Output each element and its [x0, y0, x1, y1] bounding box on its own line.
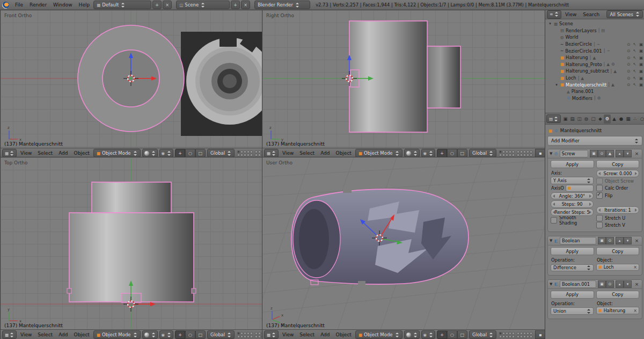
layer-toggle[interactable]	[520, 150, 523, 153]
mode-select[interactable]: ■ Object Mode	[355, 330, 402, 339]
layer-toggle[interactable]	[258, 332, 261, 335]
layer-toggle[interactable]	[526, 154, 529, 156]
outliner-item-Halterung_subtract[interactable]: ■Halterung_subtract|▲⊙↖▣	[545, 68, 644, 75]
layer-toggle[interactable]	[509, 150, 511, 153]
apply-button[interactable]: Apply	[551, 160, 594, 168]
layer-toggle[interactable]	[247, 150, 250, 153]
transform-orientation-select[interactable]: Global	[207, 149, 235, 157]
outliner-view-menu[interactable]: View	[562, 12, 579, 17]
move-modifier-up-button[interactable]: ▴	[616, 150, 624, 157]
layer-toggle[interactable]	[250, 335, 253, 338]
layer-toggle[interactable]	[240, 332, 243, 335]
calc-order-checkbox[interactable]: Calc Order	[596, 185, 639, 192]
modifier-name-field[interactable]: Boolean.001	[560, 280, 596, 288]
tab-texture[interactable]: ▦	[625, 114, 632, 124]
layer-toggle[interactable]	[509, 335, 511, 338]
layer-toggle[interactable]	[244, 154, 246, 156]
tab-render[interactable]: ▣	[562, 114, 569, 124]
layer-toggle[interactable]	[237, 150, 240, 153]
display-filter-select[interactable]: All Scenes	[606, 10, 643, 18]
layer-toggle[interactable]	[520, 154, 523, 156]
layer-toggle[interactable]	[506, 335, 508, 338]
scale-manipulator-button[interactable]: □	[195, 330, 206, 339]
apply-button[interactable]: Apply	[551, 291, 594, 299]
copy-button[interactable]: Copy	[596, 160, 640, 168]
outliner-item-BezierCircle[interactable]: ~BezierCircle|~⊙↖▣	[545, 41, 644, 48]
layer-toggle[interactable]	[237, 154, 240, 156]
editor-type-button[interactable]: ▦	[264, 149, 279, 157]
layer-toggle[interactable]	[530, 335, 532, 338]
rotate-manipulator-button[interactable]: ○	[185, 149, 195, 157]
steps-field[interactable]: Steps: 90	[551, 200, 594, 208]
layer-toggle[interactable]	[517, 150, 519, 153]
collapse-toggle-icon[interactable]: ▼	[550, 282, 552, 286]
layers-widget[interactable]	[237, 332, 263, 338]
layer-toggle[interactable]	[247, 154, 250, 156]
outliner-item-World[interactable]: ◍World	[545, 34, 644, 41]
apply-button[interactable]: Apply	[551, 247, 594, 255]
view-menu[interactable]: View	[280, 332, 296, 337]
layer-toggle[interactable]	[526, 335, 529, 338]
select-menu[interactable]: Select	[35, 150, 55, 156]
expand-icon[interactable]: ▾	[554, 83, 559, 87]
outliner-item-Modifiers[interactable]: ⚙Modifiers|⚙	[545, 95, 644, 102]
layer-toggle[interactable]	[509, 154, 511, 156]
layer-toggle[interactable]	[517, 154, 519, 156]
axis-object-field[interactable]: ■	[566, 185, 594, 192]
smooth-shading-checkbox[interactable]: Smooth Shading	[551, 217, 594, 223]
view-menu[interactable]: View	[280, 150, 296, 156]
outliner-item-RenderLayers[interactable]: ▤RenderLayers|▤	[545, 27, 644, 34]
render-toggle-icon[interactable]: ▣	[639, 69, 643, 74]
window-menu[interactable]: Window	[50, 2, 75, 8]
selectable-toggle-icon[interactable]: ↖	[633, 76, 636, 81]
move-modifier-up-button[interactable]: ▴	[616, 280, 624, 288]
tab-constraints[interactable]: ◆	[597, 114, 604, 124]
screw-offset-field[interactable]: Screw: 0.000	[596, 170, 639, 177]
collapse-toggle-icon[interactable]: ▼	[550, 239, 552, 243]
expand-icon[interactable]: ▾	[548, 21, 552, 26]
hide-toggle-icon[interactable]: ⊙	[627, 42, 630, 47]
selectable-toggle-icon[interactable]: ↖	[633, 62, 636, 67]
layer-toggle[interactable]	[255, 150, 258, 153]
add-modifier-select[interactable]: Add Modifier	[547, 136, 642, 146]
layer-toggle[interactable]	[244, 332, 246, 335]
layers-widget[interactable]	[499, 332, 532, 338]
move-modifier-down-button[interactable]: ▾	[624, 150, 632, 157]
object-menu[interactable]: Object	[72, 332, 92, 337]
render-menu[interactable]: Render	[27, 2, 49, 8]
editmode-visibility-toggle[interactable]: ▲	[606, 150, 614, 157]
editor-type-button[interactable]: ▤	[546, 114, 561, 123]
editor-type-button[interactable]: ▦	[2, 330, 17, 339]
stretch-u-checkbox[interactable]: Stretch U	[596, 215, 639, 221]
angle-field[interactable]: Angle: 360°	[551, 192, 594, 200]
file-menu[interactable]: File	[12, 2, 26, 8]
outliner-item-BezierCircle.001[interactable]: ~BezierCircle.001|~⊙↖▣	[545, 47, 644, 54]
blender-logo-icon[interactable]	[2, 2, 9, 9]
tab-object[interactable]: □	[590, 114, 597, 124]
viewport-shading-select[interactable]	[404, 330, 420, 339]
layer-toggle[interactable]	[523, 154, 526, 156]
translate-manipulator-button[interactable]: +	[437, 149, 447, 157]
select-menu[interactable]: Select	[297, 332, 317, 337]
modifier-name-field[interactable]: Screw	[560, 150, 588, 157]
add-menu[interactable]: Add	[56, 332, 70, 337]
delete-modifier-button[interactable]: ×	[633, 150, 640, 157]
layer-toggle[interactable]	[502, 150, 505, 153]
layer-toggle[interactable]	[526, 150, 529, 153]
outliner-item-Plane.001[interactable]: ▲Plane.001	[545, 88, 644, 95]
render-visibility-toggle[interactable]: ▣	[598, 280, 606, 288]
mode-select[interactable]: ■ Object Mode	[93, 330, 141, 339]
layer-toggle[interactable]	[240, 335, 243, 338]
layer-toggle[interactable]	[247, 332, 250, 335]
translate-manipulator-button[interactable]: +	[175, 330, 185, 339]
hide-toggle-icon[interactable]: ⊙	[627, 55, 630, 60]
layer-toggle[interactable]	[512, 335, 515, 338]
viewport-shading-select[interactable]	[404, 149, 420, 157]
translate-manipulator-button[interactable]: +	[437, 330, 447, 339]
add-scene-button[interactable]: +	[231, 1, 240, 9]
copy-button[interactable]: Copy	[596, 291, 640, 299]
cylinder-object[interactable]	[349, 21, 460, 132]
hide-toggle-icon[interactable]: ⊙	[627, 62, 630, 67]
render-visibility-toggle[interactable]: ▣	[598, 237, 606, 244]
scene-select[interactable]: ◫Scene	[176, 1, 230, 9]
